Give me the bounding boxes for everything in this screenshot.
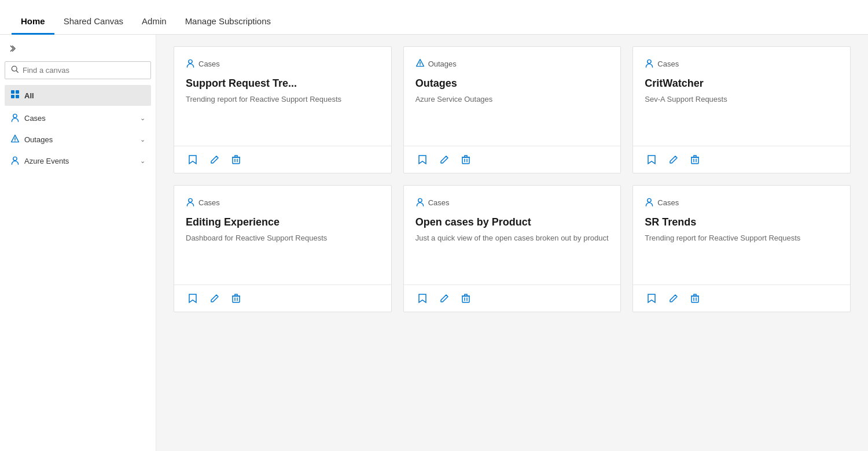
outages-icon xyxy=(10,134,20,145)
card-body: Outages Outages Azure Service Outages xyxy=(404,47,621,146)
delete-button[interactable] xyxy=(689,153,701,167)
card-title[interactable]: Editing Experience xyxy=(186,216,380,228)
svg-rect-11 xyxy=(233,157,240,164)
category-icon xyxy=(415,197,425,208)
nav-item-home[interactable]: Home xyxy=(12,16,54,35)
bookmark-button[interactable] xyxy=(645,152,659,167)
category-label: Cases xyxy=(657,198,679,207)
card-footer xyxy=(633,146,850,173)
search-box[interactable] xyxy=(5,61,151,79)
delete-button[interactable] xyxy=(689,291,701,305)
search-icon xyxy=(11,65,19,75)
category-icon xyxy=(645,197,654,208)
category-icon xyxy=(186,197,195,208)
svg-rect-37 xyxy=(692,296,698,302)
edit-button[interactable] xyxy=(208,291,222,305)
card-title[interactable]: Open cases by Product xyxy=(415,216,609,228)
sidebar-nav-list: Cases ⌄ Outages ⌄ Azure Events ⌄ xyxy=(5,108,151,171)
card-category: Cases xyxy=(645,58,838,69)
canvas-card-card-6: Cases SR Trends Trending report for Reac… xyxy=(632,185,851,312)
card-category: Cases xyxy=(186,58,380,69)
nav-item-manage-subscriptions[interactable]: Manage Subscriptions xyxy=(176,16,280,35)
bookmark-button[interactable] xyxy=(186,291,200,306)
bookmark-button[interactable] xyxy=(415,291,429,306)
svg-rect-27 xyxy=(233,296,240,302)
azure-icon xyxy=(10,156,20,167)
bookmark-button[interactable] xyxy=(415,152,429,167)
svg-point-10 xyxy=(189,60,192,63)
canvas-card-card-3: Cases CritWatcher Sev-A Support Requests xyxy=(632,46,851,173)
edit-button[interactable] xyxy=(667,153,681,167)
svg-rect-22 xyxy=(692,157,698,164)
nav-item-shared-canvas[interactable]: Shared Canvas xyxy=(54,16,133,35)
sidebar-nav-label: Azure Events xyxy=(24,157,69,165)
card-description: Just a quick view of the open cases brok… xyxy=(415,233,609,243)
chevron-down-icon: ⌄ xyxy=(140,114,145,122)
svg-point-31 xyxy=(418,198,421,202)
card-description: Trending report for Reactive Support Req… xyxy=(645,233,838,243)
sidebar-collapse-button[interactable] xyxy=(5,42,151,56)
svg-point-26 xyxy=(189,198,192,202)
card-body: Cases SR Trends Trending report for Reac… xyxy=(633,186,850,284)
sidebar-nav-label: Outages xyxy=(24,135,53,144)
card-category: Cases xyxy=(415,197,609,208)
sidebar-item-all[interactable]: All xyxy=(5,85,151,106)
category-label: Cases xyxy=(198,60,220,68)
chevron-down-icon: ⌄ xyxy=(140,157,145,165)
edit-button[interactable] xyxy=(437,291,451,305)
all-icon xyxy=(10,90,20,101)
card-footer xyxy=(174,284,391,312)
cases-icon xyxy=(10,113,20,124)
card-body: Cases Editing Experience Dashboard for R… xyxy=(174,186,391,284)
svg-point-36 xyxy=(648,198,651,202)
card-footer xyxy=(404,146,621,173)
svg-point-16 xyxy=(420,65,420,66)
edit-button[interactable] xyxy=(437,153,451,167)
svg-rect-32 xyxy=(462,296,469,302)
category-label: Cases xyxy=(198,198,220,207)
card-title[interactable]: Support Request Tre... xyxy=(186,77,380,90)
card-title[interactable]: Outages xyxy=(415,77,609,90)
svg-rect-17 xyxy=(462,157,469,164)
card-category: Cases xyxy=(186,197,380,208)
svg-rect-3 xyxy=(16,90,19,94)
svg-point-6 xyxy=(13,114,17,117)
svg-rect-5 xyxy=(16,95,19,98)
svg-point-21 xyxy=(648,60,651,63)
delete-button[interactable] xyxy=(230,153,242,167)
sidebar-item-outages[interactable]: Outages ⌄ xyxy=(5,130,151,150)
delete-button[interactable] xyxy=(459,291,472,305)
canvas-card-card-4: Cases Editing Experience Dashboard for R… xyxy=(174,185,392,312)
card-category: Cases xyxy=(645,197,838,208)
chevron-down-icon: ⌄ xyxy=(140,136,145,143)
bookmark-button[interactable] xyxy=(186,152,200,167)
svg-point-8 xyxy=(14,141,15,142)
edit-button[interactable] xyxy=(208,153,222,167)
search-input[interactable] xyxy=(23,66,145,75)
category-label: Cases xyxy=(428,198,450,207)
card-title[interactable]: SR Trends xyxy=(645,216,838,228)
canvas-card-card-5: Cases Open cases by Product Just a quick… xyxy=(403,185,621,312)
card-footer xyxy=(174,146,391,173)
bookmark-button[interactable] xyxy=(645,291,659,306)
svg-rect-4 xyxy=(11,95,14,98)
edit-button[interactable] xyxy=(667,291,681,305)
category-label: Cases xyxy=(657,60,679,68)
card-body: Cases CritWatcher Sev-A Support Requests xyxy=(633,47,850,146)
sidebar: All Cases ⌄ Outages ⌄ Azure Events ⌄ xyxy=(0,35,156,451)
delete-button[interactable] xyxy=(230,291,242,305)
sidebar-item-azure-events[interactable]: Azure Events ⌄ xyxy=(5,151,151,171)
sidebar-all-label: All xyxy=(24,91,34,100)
card-body: Cases Support Request Tre... Trending re… xyxy=(174,47,391,146)
sidebar-item-cases[interactable]: Cases ⌄ xyxy=(5,108,151,128)
card-description: Dashboard for Reactive Support Requests xyxy=(186,233,380,243)
card-category: Outages xyxy=(415,58,609,69)
card-title[interactable]: CritWatcher xyxy=(645,77,838,90)
card-body: Cases Open cases by Product Just a quick… xyxy=(404,186,621,284)
svg-point-9 xyxy=(13,157,17,160)
svg-line-1 xyxy=(16,71,18,72)
card-footer xyxy=(633,284,850,312)
delete-button[interactable] xyxy=(459,153,472,167)
nav-item-admin[interactable]: Admin xyxy=(133,16,176,35)
svg-rect-2 xyxy=(11,90,14,94)
